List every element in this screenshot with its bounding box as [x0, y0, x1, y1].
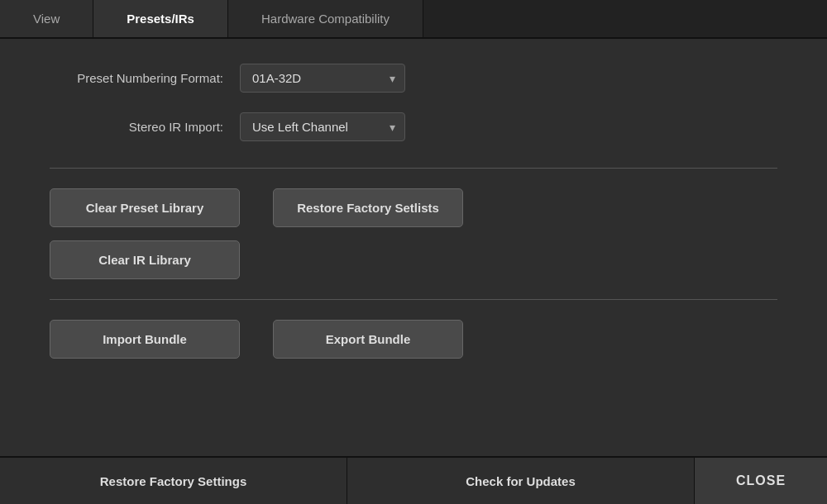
preset-numbering-select[interactable]: 01A-32D 1-128 001-128	[240, 64, 405, 93]
bottom-bar: Restore Factory Settings Check for Updat…	[0, 456, 827, 504]
import-bundle-button[interactable]: Import Bundle	[50, 320, 240, 359]
stereo-ir-row: Stereo IR Import: Use Left Channel Use R…	[50, 112, 777, 141]
restore-factory-setlists-button[interactable]: Restore Factory Setlists	[273, 188, 463, 227]
tab-view[interactable]: View	[0, 0, 93, 37]
clear-preset-library-button[interactable]: Clear Preset Library	[50, 188, 240, 227]
clear-ir-library-button[interactable]: Clear IR Library	[50, 240, 240, 279]
stereo-ir-select-wrapper: Use Left Channel Use Right Channel Mix C…	[240, 112, 405, 141]
bundle-button-group: Import Bundle Export Bundle	[50, 320, 777, 359]
tab-presets-irs[interactable]: Presets/IRs	[93, 0, 228, 37]
restore-factory-settings-button[interactable]: Restore Factory Settings	[0, 458, 347, 504]
tab-hardware-compatibility[interactable]: Hardware Compatibility	[228, 0, 423, 37]
preset-numbering-select-wrapper: 01A-32D 1-128 001-128	[240, 64, 405, 93]
tab-bar: View Presets/IRs Hardware Compatibility	[0, 0, 827, 39]
divider-2	[50, 299, 777, 300]
check-for-updates-button[interactable]: Check for Updates	[347, 458, 695, 504]
preset-numbering-label: Preset Numbering Format:	[50, 71, 240, 85]
export-bundle-button[interactable]: Export Bundle	[273, 320, 463, 359]
stereo-ir-select[interactable]: Use Left Channel Use Right Channel Mix C…	[240, 112, 405, 141]
close-button[interactable]: CLOSE	[695, 458, 827, 504]
main-content: Preset Numbering Format: 01A-32D 1-128 0…	[0, 39, 827, 456]
stereo-ir-label: Stereo IR Import:	[50, 120, 240, 134]
preset-numbering-row: Preset Numbering Format: 01A-32D 1-128 0…	[50, 64, 777, 93]
divider-1	[50, 168, 777, 169]
library-button-group: Clear Preset Library Clear IR Library Re…	[50, 188, 777, 279]
